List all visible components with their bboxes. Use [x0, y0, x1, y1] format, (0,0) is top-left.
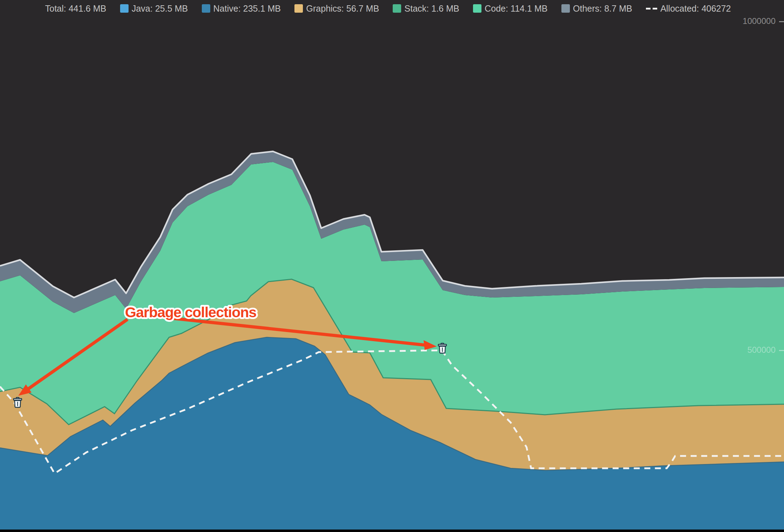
gc-annotation-label: Garbage collections	[125, 304, 256, 320]
legend-swatch-code	[473, 4, 481, 13]
legend-swatch-java	[120, 4, 129, 13]
legend-item-java: Java: 25.5 MB	[120, 4, 188, 14]
bottom-edge-divider	[0, 530, 784, 532]
axis-tick-label-500000: 500000	[747, 345, 776, 355]
legend-item-total: Total: 441.6 MB	[45, 4, 106, 14]
legend-label-stack: Stack: 1.6 MB	[404, 4, 459, 14]
legend-item-others: Others: 8.7 MB	[561, 4, 632, 14]
legend-label-native: Native: 235.1 MB	[213, 4, 281, 14]
axis-tick-mark	[779, 350, 784, 351]
legend-swatch-native	[202, 4, 210, 13]
legend-label-total: Total: 441.6 MB	[45, 4, 106, 14]
allocated-dash-icon	[646, 8, 657, 10]
legend-item-allocated: Allocated: 406272	[646, 4, 731, 14]
legend-bar: Total: 441.6 MBJava: 25.5 MBNative: 235.…	[0, 0, 784, 17]
memory-profiler-screen: Garbage collections Total: 441.6 MBJava:…	[0, 0, 784, 532]
legend-item-stack: Stack: 1.6 MB	[393, 4, 459, 14]
gc-trash-icon[interactable]	[438, 343, 447, 353]
axis-tick-mark	[779, 21, 784, 22]
legend-label-code: Code: 114.1 MB	[485, 4, 548, 14]
axis-tick-label-1000000: 1000000	[743, 16, 776, 26]
legend-swatch-stack	[393, 4, 401, 13]
legend-swatch-graphics	[294, 4, 303, 13]
legend-swatch-others	[561, 4, 570, 13]
legend-label-allocated: Allocated: 406272	[660, 4, 731, 14]
legend-label-java: Java: 25.5 MB	[132, 4, 188, 14]
legend-label-others: Others: 8.7 MB	[573, 4, 632, 14]
legend-item-graphics: Graphics: 56.7 MB	[294, 4, 379, 14]
legend-item-native: Native: 235.1 MB	[202, 4, 281, 14]
legend-item-code: Code: 114.1 MB	[473, 4, 548, 14]
legend-label-graphics: Graphics: 56.7 MB	[306, 4, 379, 14]
gc-trash-icon[interactable]	[14, 398, 22, 407]
memory-timeline-chart[interactable]: Garbage collections	[0, 0, 784, 532]
